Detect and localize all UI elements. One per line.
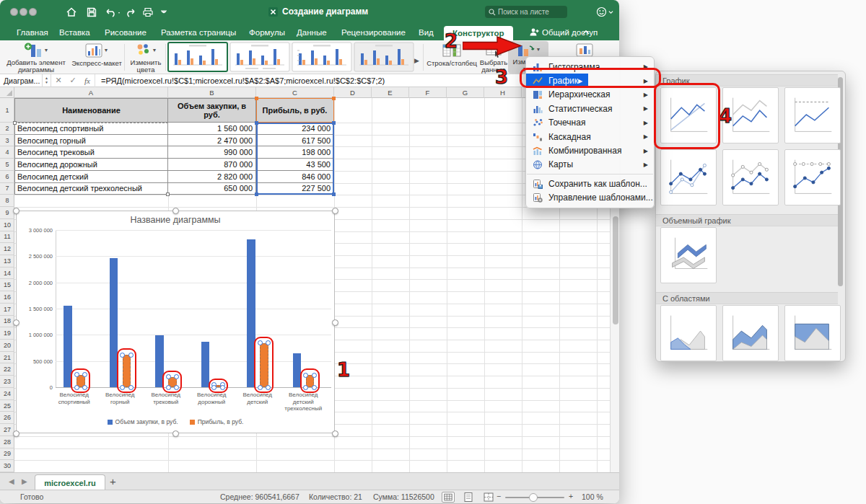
legend-item[interactable]: Прибыль, в руб. xyxy=(190,418,244,425)
menu-item-map[interactable]: Карты▶ xyxy=(526,158,654,172)
row-header-3[interactable]: 3 xyxy=(0,135,14,147)
column-header-B[interactable]: B xyxy=(168,87,256,98)
row-header-12[interactable]: 12 xyxy=(0,243,14,255)
table-cell[interactable]: 2 820 000 xyxy=(168,171,256,183)
customize-toolbar-icon[interactable] xyxy=(159,6,168,19)
page-break-view-button[interactable] xyxy=(482,492,495,503)
normal-view-button[interactable] xyxy=(442,492,455,503)
sheet-tab-active[interactable]: microexcel.ru xyxy=(35,474,105,490)
search-input[interactable]: Поиск на листе xyxy=(485,6,567,18)
row-header-28[interactable]: 28 xyxy=(0,436,14,448)
row-header-16[interactable]: 16 xyxy=(0,291,14,304)
column-header-G[interactable]: G xyxy=(447,87,484,98)
row-header-26[interactable]: 26 xyxy=(0,412,14,424)
chart-style-thumbnail-3[interactable] xyxy=(292,42,352,72)
chart-resize-handle[interactable] xyxy=(332,430,338,437)
chart-resize-handle[interactable] xyxy=(332,208,338,214)
home-icon[interactable] xyxy=(65,6,78,19)
table-cell[interactable]: Велосипед трековый xyxy=(14,146,168,159)
chart-subtype-line-3d[interactable] xyxy=(660,227,717,283)
menu-item-manage-templates[interactable]: Управление шаблонами... xyxy=(526,191,654,205)
chart-style-thumbnail-2[interactable] xyxy=(229,42,290,72)
table-cell[interactable]: Велосипед детский трехколесный xyxy=(14,183,168,195)
chart-resize-handle[interactable] xyxy=(172,208,179,214)
menu-item-combo[interactable]: Комбинированная▶ xyxy=(526,143,654,157)
column-header-F[interactable]: F xyxy=(409,87,447,98)
row-header-11[interactable]: 11 xyxy=(0,231,14,244)
table-cell[interactable]: Велосипед дорожный xyxy=(14,159,168,171)
chart-resize-handle[interactable] xyxy=(172,430,179,437)
page-layout-view-button[interactable] xyxy=(462,492,475,503)
next-sheet-button[interactable]: ▶ xyxy=(22,477,27,485)
add-chart-element-button[interactable]: ▼ Добавить элемент диаграммы xyxy=(3,41,69,74)
row-header-9[interactable]: 9 xyxy=(0,207,14,219)
table-cell[interactable]: 198 000 xyxy=(256,146,334,159)
vertical-scrollbar-thumb[interactable] xyxy=(613,216,618,324)
chart-subtype-marker-100[interactable] xyxy=(784,149,841,205)
menu-item-save-template[interactable]: Сохранить как шаблон... xyxy=(526,177,654,190)
minimize-window-button[interactable] xyxy=(19,8,27,16)
chart-subtype-marker-2series-alt[interactable] xyxy=(722,149,779,205)
ribbon-tab-5[interactable]: Формулы xyxy=(249,24,285,40)
table-cell[interactable]: 990 000 xyxy=(168,146,256,159)
ribbon-tab-6[interactable]: Данные xyxy=(297,24,327,40)
row-header-30[interactable]: 30 xyxy=(0,460,14,472)
zoom-slider-thumb[interactable] xyxy=(529,493,538,502)
chart-resize-handle[interactable] xyxy=(13,430,19,437)
chart-subtype-area-100[interactable] xyxy=(784,305,841,361)
chart-style-thumbnail-1[interactable] xyxy=(167,42,228,72)
chart-resize-handle[interactable] xyxy=(332,319,338,326)
table-header-cell[interactable]: Объем закупки, в руб. xyxy=(168,98,256,123)
chart-subtype-area-simple[interactable] xyxy=(660,305,717,361)
table-header-cell[interactable]: Прибыль, в руб. xyxy=(256,98,334,123)
name-box-stepper[interactable]: ▲▼ xyxy=(42,74,51,87)
table-cell[interactable]: 2 470 000 xyxy=(168,135,256,147)
cancel-formula-icon[interactable]: ✕ xyxy=(51,76,66,85)
row-header-8[interactable]: 8 xyxy=(0,195,14,207)
column-header-C[interactable]: C xyxy=(256,87,334,98)
row-header-4[interactable]: 4 xyxy=(0,146,14,159)
table-cell[interactable]: Велосипед горный xyxy=(14,135,168,147)
chart-subtype-area-stacked[interactable] xyxy=(722,305,779,361)
quick-layout-button[interactable]: ▼ Экспресс-макет xyxy=(71,41,123,74)
column-header-A[interactable]: A xyxy=(14,87,168,98)
row-header-5[interactable]: 5 xyxy=(0,159,14,171)
prev-sheet-button[interactable]: ◀ xyxy=(9,477,14,485)
confirm-formula-icon[interactable]: ✓ xyxy=(66,76,80,85)
menu-item-stats[interactable]: Статистическая▶ xyxy=(526,102,654,115)
column-header-D[interactable]: D xyxy=(334,87,372,98)
ribbon-tab-8[interactable]: Вид xyxy=(419,24,434,40)
chart-subtype-line-2series[interactable] xyxy=(660,87,717,143)
table-cell[interactable]: Велосипед детский xyxy=(14,171,168,183)
chart-subtype-line-100[interactable] xyxy=(784,87,841,143)
table-cell[interactable]: 846 000 xyxy=(256,171,334,183)
redo-icon[interactable] xyxy=(124,6,137,19)
menu-item-waterfall[interactable]: Каскадная▶ xyxy=(526,130,654,143)
row-header-25[interactable]: 25 xyxy=(0,400,14,412)
row-header-2[interactable]: 2 xyxy=(0,123,14,135)
chart-resize-handle[interactable] xyxy=(13,208,19,214)
row-header-21[interactable]: 21 xyxy=(0,352,14,364)
chart-resize-handle[interactable] xyxy=(13,319,19,326)
row-header-14[interactable]: 14 xyxy=(0,268,14,280)
gallery-scroll-right-button[interactable]: ▶ xyxy=(414,52,419,68)
table-cell[interactable]: 227 500 xyxy=(256,183,334,195)
menu-item-hierarchy[interactable]: Иерархическая▶ xyxy=(526,88,654,102)
legend-item[interactable]: Объем закупки, в руб. xyxy=(108,418,178,425)
name-box[interactable]: Диаграм... xyxy=(0,76,42,85)
menu-item-line[interactable]: График▶ xyxy=(526,74,588,87)
row-header-24[interactable]: 24 xyxy=(0,388,14,400)
table-cell[interactable]: 43 500 xyxy=(256,159,334,171)
table-cell[interactable]: 1 560 000 xyxy=(168,123,256,135)
menu-item-scatter[interactable]: Точечная▶ xyxy=(526,116,654,130)
column-header-E[interactable]: E xyxy=(372,87,409,98)
row-header-23[interactable]: 23 xyxy=(0,376,14,388)
undo-icon[interactable] xyxy=(104,6,121,19)
table-cell[interactable]: 650 000 xyxy=(168,183,256,195)
bar-series1[interactable] xyxy=(201,342,210,387)
save-icon[interactable] xyxy=(85,6,98,19)
formula-input[interactable]: =РЯД(microexcel.ru!$C$1;microexcel.ru!$A… xyxy=(95,74,385,87)
menu-item-histogram[interactable]: Гистограмма▶ xyxy=(526,60,654,74)
row-header-7[interactable]: 7 xyxy=(0,183,14,195)
row-header-18[interactable]: 18 xyxy=(0,316,14,328)
